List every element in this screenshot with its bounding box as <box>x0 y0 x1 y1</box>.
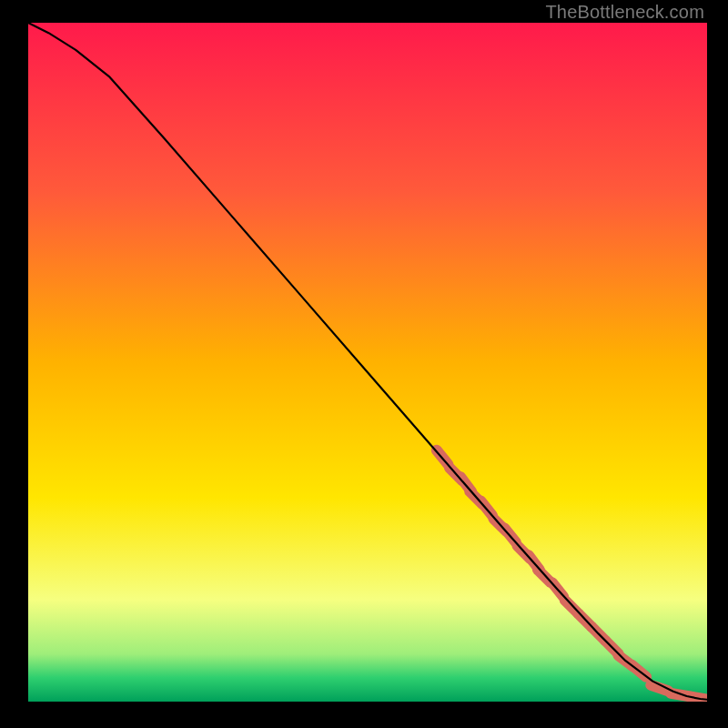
chart-area <box>28 23 707 702</box>
attribution-text: TheBottleneck.com <box>545 2 704 23</box>
bottleneck-chart <box>28 23 707 702</box>
gradient-background <box>28 23 707 702</box>
